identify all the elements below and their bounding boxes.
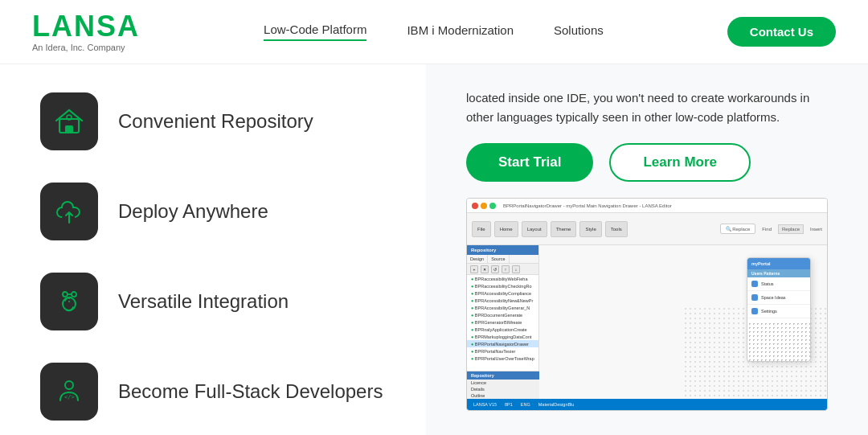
logo: LANSA — [32, 12, 140, 41]
svg-point-5 — [72, 292, 76, 297]
logo-area: LANSA An Idera, Inc. Company — [32, 12, 140, 52]
delete-btn[interactable]: ✕ — [481, 265, 489, 273]
sidebar-label-versatile-integration: Versatile Integration — [118, 290, 289, 313]
toolbar-layout[interactable]: Layout — [522, 221, 547, 237]
svg-point-3 — [63, 298, 76, 310]
tree-item-6[interactable]: ● BPRGeneratorBIMreate — [467, 318, 538, 326]
ide-tree: ● BPRaccessibilityWebFieha ● BPRaccessib… — [467, 275, 538, 362]
contact-us-button[interactable]: Contact Us — [727, 17, 836, 47]
sidebar-label-convenient-repository: Convenient Repository — [118, 110, 313, 133]
menu-dot-space — [751, 294, 758, 301]
refresh-btn[interactable]: ↺ — [491, 265, 499, 273]
add-btn[interactable]: + — [470, 265, 478, 273]
status-build: 8P1 — [505, 402, 513, 407]
menu-dot-settings — [751, 308, 758, 314]
svg-point-7 — [65, 381, 73, 389]
ide-main-area: myPortal Users Patterns Status — [539, 245, 827, 399]
sidebar-label-fullstack: Become Full-Stack Developers — [118, 380, 383, 403]
svg-rect-1 — [65, 125, 73, 133]
ide-tab-source[interactable]: Source — [488, 255, 509, 263]
main-nav: Low-Code Platform IBM i Modernization So… — [264, 23, 604, 41]
deploy-anywhere-icon-bg — [40, 183, 98, 240]
cloud-upload-icon — [54, 196, 84, 227]
feature-sidebar: Convenient Repository Deploy Anywhere — [0, 64, 426, 435]
convenient-repository-icon-bg — [40, 92, 98, 150]
mobile-menu-space: Space Ideas — [747, 291, 810, 305]
tree-item-1[interactable]: ● BPRaccessibilityCheckingRo — [467, 282, 538, 289]
sidebar-label-deploy-anywhere: Deploy Anywhere — [118, 200, 268, 223]
integration-icon — [54, 286, 84, 317]
toolbar-home[interactable]: Home — [494, 221, 518, 237]
tree-item-10[interactable]: ● BPRPortalNavTester — [467, 347, 538, 355]
tree-item-4[interactable]: ● BPRAccessibilityGenerar_N — [467, 304, 538, 311]
ide-screenshot: BPRPortalNavigatorDrawer - myPortal Main… — [466, 198, 828, 411]
toolbar-file[interactable]: File — [472, 221, 491, 237]
nav-ibm-modernization[interactable]: IBM i Modernization — [407, 23, 514, 40]
svg-point-4 — [63, 292, 68, 297]
cta-buttons: Start Trial Learn More — [466, 143, 828, 182]
sidebar-item-convenient-repository[interactable]: Convenient Repository — [32, 80, 394, 162]
description-text: located inside one IDE, you won't need t… — [466, 88, 828, 127]
ide-title: BPRPortalNavigatorDrawer - myPortal Main… — [503, 203, 672, 208]
header: LANSA An Idera, Inc. Company Low-Code Pl… — [0, 0, 868, 64]
main-content: Convenient Repository Deploy Anywhere — [0, 64, 868, 435]
toolbar-style[interactable]: Style — [579, 221, 601, 237]
nav-solutions[interactable]: Solutions — [554, 23, 604, 40]
versatile-integration-icon-bg — [40, 273, 98, 330]
toolbar-theme[interactable]: Theme — [551, 221, 577, 237]
sidebar-item-versatile-integration[interactable]: Versatile Integration — [32, 261, 394, 343]
tree-item-3[interactable]: ● BPRAccessibilityNew&NewPr — [467, 297, 538, 304]
ide-tab-design[interactable]: Design — [467, 255, 488, 263]
tree-item-9[interactable]: ● BPRPortalNavigatorDrawer — [467, 340, 538, 347]
right-panel: located inside one IDE, you won't need t… — [426, 64, 868, 435]
minimize-dot — [481, 203, 487, 209]
svg-rect-10 — [752, 295, 757, 300]
status-lang: ENG — [521, 402, 530, 407]
up-btn[interactable]: ↑ — [502, 265, 510, 273]
tree-item-2[interactable]: ● BPRAccessibilityCompliance — [467, 289, 538, 297]
mobile-menu-status: Status — [747, 277, 810, 291]
ide-small-toolbar: + ✕ ↺ ↑ ↓ — [467, 264, 538, 275]
tree-item-11[interactable]: ● BPRPortalUserOverToseWrap — [467, 355, 538, 362]
ide-menu-toolbar: File Home Layout Theme Style Tools 🔍 Rep… — [467, 213, 827, 245]
menu-dot-status — [751, 281, 758, 287]
tree-item-8[interactable]: ● BPRMarkuploggingDataCont — [467, 333, 538, 340]
start-trial-button[interactable]: Start Trial — [466, 143, 593, 182]
status-lansa: LANSA V15 — [473, 402, 497, 407]
tree-item-0[interactable]: ● BPRaccessibilityWebFieha — [467, 275, 538, 282]
mobile-users-header: Users Patterns — [747, 269, 810, 277]
toolbar-tools[interactable]: Tools — [605, 221, 628, 237]
maximize-dot — [489, 203, 496, 209]
tree-item-7[interactable]: ● BPRnalyApplicationCreate — [467, 326, 538, 333]
ide-panel-title: Repository — [467, 245, 538, 255]
svg-rect-11 — [752, 309, 757, 314]
sidebar-item-fullstack[interactable]: </> Become Full-Stack Developers — [32, 351, 394, 433]
learn-more-button[interactable]: Learn More — [609, 143, 751, 182]
nav-low-code-platform[interactable]: Low-Code Platform — [264, 23, 366, 41]
fullstack-icon-bg: </> — [40, 363, 98, 421]
ide-titlebar: BPRPortalNavigatorDrawer - myPortal Main… — [467, 199, 827, 213]
tree-item-5[interactable]: ● BPRDocumentGenerate — [467, 311, 538, 318]
svg-rect-9 — [752, 281, 757, 286]
home-icon — [54, 106, 84, 137]
down-btn[interactable]: ↓ — [512, 265, 520, 273]
mobile-menu-settings: Settings — [747, 305, 810, 318]
sidebar-item-deploy-anywhere[interactable]: Deploy Anywhere — [32, 170, 394, 252]
close-dot — [472, 203, 478, 209]
svg-text:</>: </> — [64, 394, 75, 400]
code-person-icon: </> — [54, 376, 84, 407]
ide-mockup: BPRPortalNavigatorDrawer - myPortal Main… — [467, 199, 827, 410]
logo-subtitle: An Idera, Inc. Company — [32, 43, 140, 52]
ide-statusbar: LANSA V15 8P1 ENG MaterialDesignBlu — [467, 399, 827, 410]
ide-body: Repository Design Source + ✕ ↺ ↑ ↓ — [467, 245, 827, 399]
mobile-app-header: myPortal — [747, 258, 810, 269]
ide-repository-panel: Repository Design Source + ✕ ↺ ↑ ↓ — [467, 245, 539, 399]
status-theme: MaterialDesignBlu — [538, 402, 575, 407]
mobile-app-preview: myPortal Users Patterns Status — [747, 257, 811, 362]
